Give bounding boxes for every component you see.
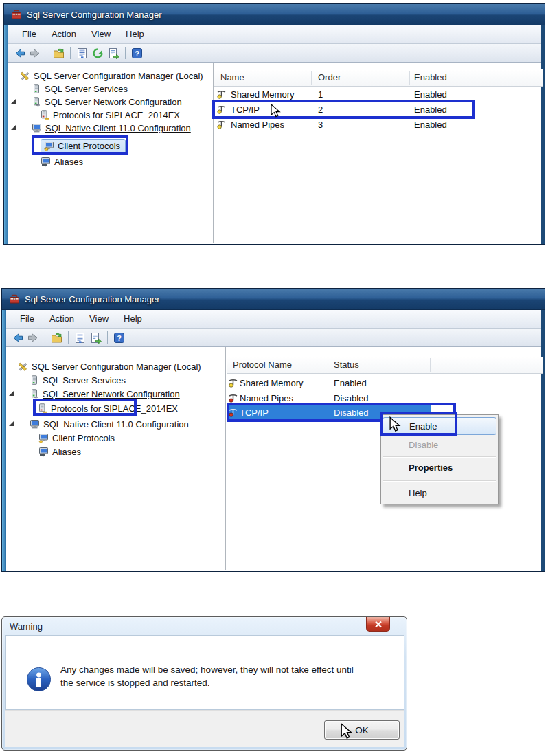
tree-item-client-protocols[interactable]: Client Protocols	[38, 432, 115, 445]
column-header-order[interactable]: Order	[318, 72, 341, 82]
toolbar: ?	[2, 329, 545, 347]
protocol-icon-enabled	[217, 90, 226, 99]
menu-action[interactable]: Action	[44, 25, 84, 43]
show-hide-tree-icon[interactable]	[51, 332, 62, 344]
client-protocols-icon	[38, 433, 49, 443]
expand-arrow-icon[interactable]	[8, 421, 14, 427]
pane-divider[interactable]	[213, 63, 214, 243]
warning-dialog: Warning Any changes made will be saved; …	[1, 616, 407, 751]
protocol-enabled: Enabled	[414, 89, 447, 100]
menu-file[interactable]: File	[12, 310, 42, 328]
toolbar-separator	[47, 47, 47, 59]
server-icon	[30, 375, 39, 386]
column-header-enabled[interactable]: Enabled	[414, 72, 447, 82]
tree-item-label: Client Protocols	[52, 433, 115, 443]
tree-item-network-configuration[interactable]: SQL Server Network Configuration	[30, 388, 180, 401]
ok-button[interactable]: OK	[324, 720, 400, 740]
back-icon[interactable]	[14, 47, 25, 59]
protocol-order: 1	[318, 89, 323, 100]
dialog-message-line2: the service is stopped and restarted.	[60, 676, 210, 689]
show-hide-tree-icon[interactable]	[53, 47, 65, 59]
column-separator	[328, 358, 328, 372]
back-icon[interactable]	[12, 332, 23, 344]
column-separator	[430, 358, 431, 372]
menu-action[interactable]: Action	[42, 310, 82, 328]
tree-item-label: Protocols for SIPLACE_2014EX	[53, 110, 180, 120]
svg-text:?: ?	[135, 49, 139, 57]
tree-item-label: SQL Server Network Configuration	[45, 97, 182, 107]
protocol-row-named-pipes[interactable]: Named Pipes Disabled	[227, 391, 543, 406]
tree-item-services[interactable]: SQL Server Services	[32, 82, 128, 96]
protocol-icon-disabled	[229, 408, 238, 417]
close-icon	[374, 621, 383, 628]
pane-divider[interactable]	[225, 347, 226, 570]
context-menu-disable: Disable	[383, 436, 496, 454]
protocol-row-named-pipes[interactable]: Named Pipes 3 Enabled	[214, 118, 543, 133]
tree-item-client-protocols-selected[interactable]: Client Protocols	[41, 139, 126, 154]
protocol-icon-disabled	[229, 394, 238, 403]
tree-item-services[interactable]: SQL Server Services	[30, 374, 126, 387]
tree-item-native-client[interactable]: SQL Native Client 11.0 Configuration	[30, 418, 189, 431]
tree-item-protocols-instance[interactable]: Protocols for SIPLACE_2014EX	[39, 109, 180, 122]
list-header: Name Order Enabled	[214, 69, 543, 87]
tree-item-label: Aliases	[54, 157, 83, 167]
window-title: Sql Server Configuration Manager	[25, 294, 160, 304]
context-menu-help[interactable]: Help	[383, 485, 496, 502]
menu-view[interactable]: View	[84, 25, 118, 43]
protocol-icon-enabled	[217, 120, 226, 129]
menu-separator	[383, 480, 496, 482]
tree-item-root[interactable]: SQL Server Configuration Manager (Local)	[17, 360, 201, 373]
client-computer-icon	[30, 419, 40, 430]
context-menu-properties[interactable]: Properties	[383, 459, 496, 477]
column-header-name[interactable]: Name	[220, 72, 244, 82]
protocol-row-shared-memory[interactable]: Shared Memory 1 Enabled	[214, 87, 543, 102]
column-header-status[interactable]: Status	[334, 359, 359, 370]
menu-bar: File Action View Help	[2, 310, 545, 329]
expand-arrow-icon[interactable]	[10, 124, 16, 131]
expand-arrow-icon[interactable]	[10, 98, 16, 104]
tree-item-label: SQL Server Configuration Manager (Local)	[34, 71, 203, 81]
help-icon[interactable]: ?	[131, 47, 143, 59]
menu-view[interactable]: View	[82, 310, 116, 328]
client-protocols-icon	[44, 141, 54, 151]
protocol-order: 2	[318, 104, 323, 115]
forward-icon[interactable]	[30, 47, 41, 59]
protocol-row-tcpip[interactable]: TCP/IP 2 Enabled	[214, 102, 543, 118]
tree-item-label: SQL Server Network Configuration	[43, 389, 180, 399]
properties-icon[interactable]	[74, 332, 86, 344]
tree-item-network-configuration[interactable]: SQL Server Network Configuration	[32, 96, 182, 109]
export-list-icon[interactable]	[108, 47, 119, 59]
protocol-name: TCP/IP	[231, 104, 260, 115]
tree-item-native-client[interactable]: SQL Native Client 11.0 Configuration	[32, 122, 191, 135]
window-right-border	[541, 310, 545, 571]
column-header-protocol-name[interactable]: Protocol Name	[233, 359, 292, 370]
tree-item-aliases[interactable]: Aliases	[41, 155, 83, 168]
properties-icon[interactable]	[76, 47, 88, 59]
forward-icon[interactable]	[27, 332, 39, 344]
tree-item-protocols-instance[interactable]: Protocols for SIPLACE_2014EX	[37, 402, 178, 415]
tree-item-label: Aliases	[52, 447, 81, 457]
close-button[interactable]	[366, 617, 390, 632]
context-menu-enable[interactable]: Enable	[383, 417, 496, 435]
dialog-message-line1: Any changes made will be saved; however,…	[60, 663, 354, 676]
menu-help[interactable]: Help	[118, 25, 152, 43]
protocol-status: Enabled	[334, 378, 367, 388]
protocol-status: Disabled	[334, 408, 369, 418]
help-icon[interactable]: ?	[113, 332, 125, 344]
tree-item-root[interactable]: SQL Server Configuration Manager (Local)	[19, 69, 203, 82]
info-icon	[26, 667, 52, 692]
server-protocols-icon	[39, 110, 49, 120]
dialog-title: Warning	[10, 621, 43, 632]
menu-help[interactable]: Help	[116, 310, 150, 328]
expand-arrow-icon[interactable]	[8, 390, 14, 397]
export-list-icon[interactable]	[90, 332, 102, 344]
tree-item-label: SQL Native Client 11.0 Configuration	[43, 419, 189, 430]
toolbar-separator	[107, 331, 108, 344]
refresh-icon[interactable]	[92, 47, 104, 59]
server-protocols-icon	[37, 403, 47, 414]
toolbar-separator	[125, 47, 126, 59]
config-manager-window-middle: Sql Server Configuration Manager File Ac…	[1, 288, 545, 572]
tree-item-aliases[interactable]: Aliases	[38, 445, 81, 458]
protocol-row-shared-memory[interactable]: Shared Memory Enabled	[227, 376, 543, 391]
menu-file[interactable]: File	[14, 25, 44, 43]
